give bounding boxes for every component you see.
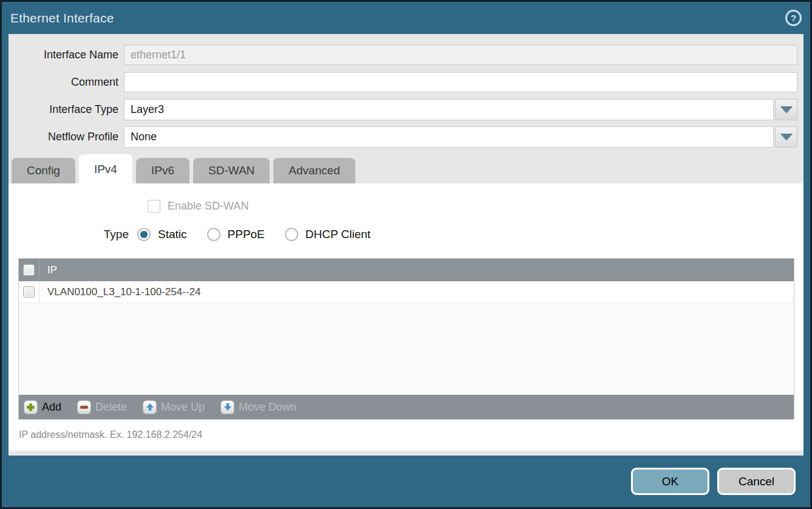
ip-table: IP VLAN0100_L3_10-1-100-254--24 Add [18,258,794,420]
form-row-netflow-profile: Netflow Profile None [9,123,803,151]
radio-dhcp-client[interactable] [285,228,298,241]
form-row-interface-type: Interface Type Layer3 [9,96,803,123]
interface-form: Interface Name Comment Interface Type La… [9,34,803,151]
delete-button-label: Delete [95,401,127,414]
title-bar: Ethernet Interface ? [2,2,810,34]
add-button[interactable]: Add [24,400,61,414]
ethernet-interface-dialog: Ethernet Interface ? Interface Name Comm… [0,0,812,509]
arrow-up-icon [143,400,157,414]
tab-ipv4[interactable]: IPv4 [79,154,132,183]
dialog-title: Ethernet Interface [10,11,114,26]
type-label: Type [9,228,137,241]
tab-config[interactable]: Config [12,158,75,183]
ip-column-header: IP [39,264,57,276]
radio-option-dhcp-client[interactable]: DHCP Client [285,228,370,241]
interface-type-dropdown-button[interactable] [775,99,797,120]
form-row-interface-name: Interface Name [9,41,803,69]
table-row[interactable]: VLAN0100_L3_10-1-100-254--24 [19,281,794,303]
comment-field[interactable] [124,72,797,92]
form-row-comment: Comment [9,69,803,96]
type-radio-group: Static PPPoE DHCP Client [137,228,391,241]
dialog-content: Interface Name Comment Interface Type La… [9,34,803,456]
radio-option-static[interactable]: Static [137,228,187,241]
netflow-profile-dropdown-button[interactable] [775,126,797,148]
move-up-button-label: Move Up [161,401,205,414]
table-toolbar: Add Delete Move Up [19,395,794,419]
netflow-profile-value[interactable]: None [124,126,774,148]
interface-name-label: Interface Name [9,49,124,61]
enable-sdwan-label: Enable SD-WAN [168,200,248,213]
move-down-button: Move Down [220,400,296,414]
arrow-down-icon [220,400,234,414]
radio-static[interactable] [137,228,151,241]
delete-button: Delete [77,400,127,414]
interface-name-field [124,45,797,65]
enable-sdwan-row: Enable SD-WAN [148,200,803,213]
row-checkbox[interactable] [23,286,35,298]
interface-type-value[interactable]: Layer3 [124,99,774,120]
move-up-button: Move Up [143,400,205,414]
tab-advanced[interactable]: Advanced [273,158,355,183]
tab-ipv6[interactable]: IPv6 [136,158,189,183]
tab-sd-wan[interactable]: SD-WAN [193,158,270,183]
radio-pppoe[interactable] [207,228,220,241]
ip-table-header: IP [19,259,794,281]
table-empty-area [19,303,794,395]
ipv4-panel: Enable SD-WAN Type Static PPPoE DHCP C [9,183,803,451]
ok-button[interactable]: OK [631,468,709,495]
dialog-footer: OK Cancel [2,456,810,507]
ip-row-value: VLAN0100_L3_10-1-100-254--24 [39,286,200,298]
chevron-down-icon [780,134,793,140]
tab-strip: Config IPv4 IPv6 SD-WAN Advanced [9,154,803,183]
add-button-label: Add [42,401,61,414]
interface-type-label: Interface Type [9,103,124,116]
comment-label: Comment [9,76,124,89]
radio-dhcp-client-label: DHCP Client [305,228,370,241]
move-down-button-label: Move Down [239,401,296,414]
select-all-checkbox[interactable] [23,264,35,276]
ip-format-hint: IP address/netmask. Ex. 192.168.2.254/24 [19,429,803,440]
netflow-profile-label: Netflow Profile [9,131,124,143]
enable-sdwan-checkbox [148,200,160,213]
chevron-down-icon [780,106,793,113]
panel-bottom-gap [9,451,803,456]
cancel-button[interactable]: Cancel [717,468,796,495]
help-icon[interactable]: ? [785,10,802,26]
radio-pppoe-label: PPPoE [228,228,265,241]
minus-icon [77,400,91,414]
radio-option-pppoe[interactable]: PPPoE [207,228,265,241]
type-row: Type Static PPPoE DHCP Client [9,228,803,241]
radio-static-label: Static [158,228,187,241]
plus-icon [24,400,38,414]
